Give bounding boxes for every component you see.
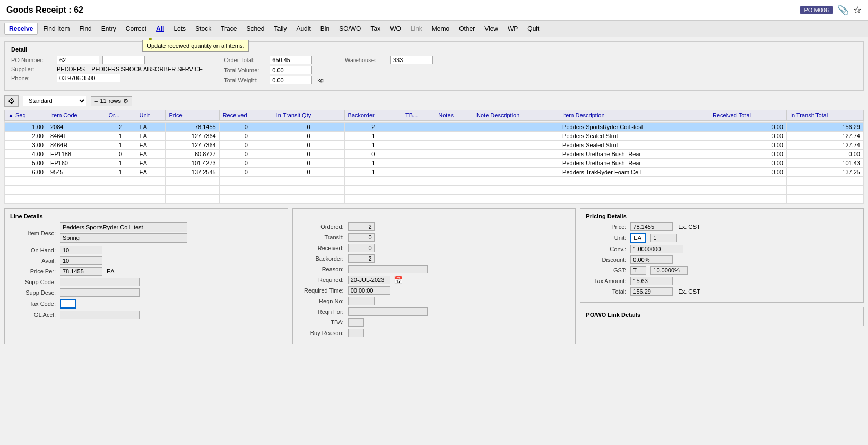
required-input[interactable] (348, 276, 390, 284)
reqn-for-label: Reqn For: (298, 309, 346, 315)
table-row[interactable]: 1.0020842EA78.1455002Pedders SportsRyder… (5, 123, 864, 132)
col-seq[interactable]: ▲ Seq (5, 110, 47, 121)
col-tb[interactable]: TB... (402, 110, 435, 121)
col-in-transit-total[interactable]: In Transit Total (786, 110, 863, 121)
on-hand-row: On Hand: (10, 246, 282, 254)
total-weight-input[interactable] (270, 76, 312, 84)
menu-wo[interactable]: WO (386, 23, 405, 34)
menu-other[interactable]: Other (455, 23, 479, 34)
reqn-for-input[interactable] (348, 307, 428, 316)
unit-value-input[interactable] (650, 234, 677, 242)
discount-input[interactable] (630, 255, 673, 264)
reqn-no-input[interactable] (348, 297, 375, 305)
reqn-for-row: Reqn For: (298, 307, 570, 316)
table-row[interactable]: 4.00EP11880EA60.8727000Pedders Urethane … (5, 150, 864, 159)
menu-tally[interactable]: Tally (270, 23, 291, 34)
buy-reason-input[interactable] (348, 329, 364, 337)
menu-receive[interactable]: Receive (4, 23, 38, 35)
po-wo-panel: PO/WO Link Details (580, 307, 864, 326)
warehouse-input[interactable] (390, 56, 433, 64)
menu-tax[interactable]: Tax (366, 23, 385, 34)
menu-trace[interactable]: Trace (216, 23, 241, 34)
tax-code-input[interactable] (60, 299, 76, 309)
reason-input[interactable] (348, 265, 428, 273)
settings-button[interactable]: ⚙ (4, 95, 19, 107)
on-hand-input[interactable] (60, 246, 102, 254)
total-volume-input[interactable] (270, 66, 312, 74)
menu-correct[interactable]: Correct (121, 23, 151, 34)
menu-entry[interactable]: Entry (97, 23, 120, 34)
backorder-input[interactable] (348, 254, 375, 263)
menu-find[interactable]: Find (75, 23, 96, 34)
gl-acct-input[interactable] (60, 311, 140, 319)
col-received-total[interactable]: Received Total (709, 110, 787, 121)
col-note-desc[interactable]: Note Description (473, 110, 559, 121)
conv-input[interactable] (630, 245, 683, 253)
ex-gst-label: Ex. GST (678, 224, 700, 230)
menu-sched[interactable]: Sched (242, 23, 268, 34)
col-or[interactable]: Or... (105, 110, 136, 121)
avail-input[interactable] (60, 256, 102, 265)
col-notes[interactable]: Notes (435, 110, 473, 121)
transit-input[interactable] (348, 233, 375, 242)
table-row[interactable]: 2.008464L1EA127.7364001Pedders Sealed St… (5, 132, 864, 141)
calendar-icon[interactable]: 📅 (394, 276, 403, 284)
col-unit[interactable]: Unit (136, 110, 166, 121)
table-row[interactable]: 6.0095451EA137.2545001Pedders TrakRyder … (5, 168, 864, 177)
col-item-desc[interactable]: Item Description (559, 110, 709, 121)
order-total-input[interactable] (270, 56, 312, 64)
menu-view[interactable]: View (480, 23, 502, 34)
col-received[interactable]: Received (219, 110, 273, 121)
menu-lots[interactable]: Lots (169, 23, 190, 34)
phone-input[interactable] (57, 74, 120, 82)
table-row[interactable]: 3.008464R1EA127.7364001Pedders Sealed St… (5, 141, 864, 150)
total-volume-label: Total Volume: (224, 67, 266, 73)
po-number-input[interactable] (57, 56, 99, 64)
required-time-input[interactable] (348, 286, 390, 295)
ordered-input[interactable] (348, 222, 375, 231)
total-input[interactable] (630, 287, 673, 296)
line-details-title: Line Details (10, 213, 282, 219)
po-number-extra[interactable] (102, 56, 145, 64)
col-price[interactable]: Price (166, 110, 219, 121)
table-row[interactable]: 5.00EP1601EA101.4273001Pedders Urethane … (5, 159, 864, 168)
menu-memo[interactable]: Memo (428, 23, 454, 34)
bottom-panels: Line Details Item Desc: Pedders SportsRy… (4, 208, 864, 344)
settings-icon-small[interactable]: ⚙ (123, 98, 128, 105)
menu-quit[interactable]: Quit (523, 23, 543, 34)
paperclip-icon[interactable]: 📎 (837, 4, 849, 16)
gst-code-input[interactable] (630, 266, 646, 275)
price-input[interactable] (630, 222, 673, 231)
buy-reason-label: Buy Reason: (298, 330, 346, 336)
phone-label: Phone: (11, 75, 54, 81)
weight-unit: kg (317, 77, 324, 83)
menu-bar: Receive Find Item Find Entry Correct All… (0, 21, 868, 37)
view-select[interactable]: Standard (23, 96, 86, 106)
col-in-transit[interactable]: In Transit Qty (273, 110, 344, 121)
supp-desc-input[interactable] (60, 288, 140, 297)
menu-link[interactable]: Link (406, 23, 427, 34)
right-column: Pricing Details Price: Ex. GST Unit: Con… (580, 208, 864, 344)
gl-acct-label: GL Acct: (10, 312, 58, 318)
col-item-code[interactable]: Item Code (47, 110, 105, 121)
ordered-label: Ordered: (298, 224, 346, 230)
menu-find-item[interactable]: Find Item (39, 23, 74, 34)
unit-code-input[interactable] (630, 233, 646, 243)
menu-stock[interactable]: Stock (191, 23, 215, 34)
tax-amount-input[interactable] (630, 277, 673, 285)
reason-label: Reason: (298, 266, 346, 272)
menu-sowo[interactable]: SO/WO (335, 23, 365, 34)
title-icons: PO M006 📎 ☆ (800, 4, 862, 16)
item-desc-container: Pedders SportsRyder Coil -test Spring (60, 222, 282, 244)
menu-bin[interactable]: Bin (316, 23, 334, 34)
menu-wp[interactable]: WP (504, 23, 522, 34)
received-input[interactable] (348, 244, 375, 252)
supp-code-input[interactable] (60, 278, 140, 286)
star-icon[interactable]: ☆ (853, 4, 862, 16)
menu-all[interactable]: All (152, 23, 168, 34)
menu-audit[interactable]: Audit (292, 23, 315, 34)
price-per-input[interactable] (60, 267, 102, 276)
tba-input[interactable] (348, 318, 364, 327)
col-backorder[interactable]: Backorder (344, 110, 402, 121)
gst-percent-input[interactable] (650, 266, 688, 275)
